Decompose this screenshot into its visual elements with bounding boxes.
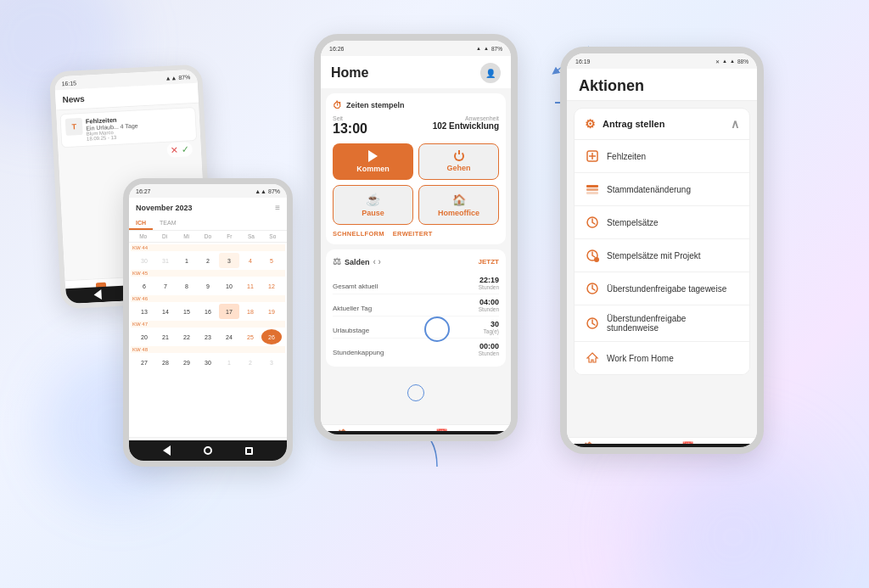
phone-aktionen: 16:19 ✕ ▲ ▲ 88% Aktionen ⚙ Antrag stelle… (560, 47, 764, 454)
antrag-header[interactable]: ⚙ Antrag stellen ∧ (575, 109, 749, 140)
back-btn-p2[interactable] (163, 445, 171, 456)
aktionen-header: Aktionen (567, 69, 757, 101)
user-avatar[interactable]: 👤 (480, 63, 501, 83)
week-label-45: KW 45 (131, 270, 285, 277)
back-btn-p4[interactable] (606, 448, 614, 454)
news-item[interactable]: T Fehlzeiten Ein Urlaub... 4 Tage Blum M… (59, 107, 197, 148)
calendar-days-header: Mo Di Mi Do Fr Sa So (129, 231, 287, 243)
recents-btn-p2[interactable] (245, 447, 253, 455)
menu-work-from-home[interactable]: Work From Home (575, 342, 749, 374)
status-time-phone2: 16:27 (136, 188, 151, 194)
week-label-48: KW 48 (131, 346, 285, 353)
recents-btn-p3[interactable] (464, 437, 472, 442)
antrag-header-left: ⚙ Antrag stellen (585, 117, 664, 131)
action-button-grid: Kommen Gehen ☕ Pause 🏠 Homeoffice (333, 143, 499, 225)
salden-row-kappung: Stundenkappung 00:00 Stunden (333, 339, 499, 360)
stempelsatze-projekt-icon (585, 248, 600, 263)
urlaub-label: Urlaubstage (333, 327, 369, 334)
menu-uberstunden-tage[interactable]: Überstundenfreigabe tageweise (575, 272, 749, 305)
power-icon (454, 151, 464, 161)
gehen-button[interactable]: Gehen (418, 143, 499, 180)
kappung-value: 00:00 (479, 342, 499, 350)
phone3-body: Home 👤 ⏱ Zeiten stempeln Seit 13:00 Anwe… (321, 56, 511, 441)
news-action-buttons: ✕ ✓ (166, 142, 193, 158)
tab-team[interactable]: TEAM (153, 217, 182, 230)
menu-stammdaten[interactable]: Stammdatenänderung (575, 173, 749, 206)
back-btn-p1[interactable] (94, 289, 103, 300)
antrag-icon: ⚙ (585, 117, 596, 131)
android-nav-bar-p4 (567, 444, 757, 454)
home-header: Home 👤 (321, 56, 511, 88)
menu-fehlzeiten[interactable]: Fehlzeiten (575, 140, 749, 173)
homeoffice-button[interactable]: 🏠 Homeoffice (418, 185, 499, 225)
salden-header: ⚖ Salden ‹ › JETZT (333, 256, 499, 267)
schnellform-link[interactable]: SCHNELLFORM (333, 230, 384, 238)
news-item-content: Fehlzeiten Ein Urlaub... 4 Tage Blum Mar… (86, 115, 139, 142)
svg-rect-6 (586, 188, 598, 191)
calendar-filter-icon[interactable]: ≡ (275, 203, 280, 212)
svg-rect-5 (586, 185, 598, 188)
reject-icon[interactable]: ✕ (170, 144, 178, 155)
recents-btn-p4[interactable] (710, 450, 718, 455)
status-icons-phone4: ✕ ▲ ▲ 88% (715, 59, 748, 64)
phone1-title: News (62, 94, 85, 104)
antrag-title: Antrag stellen (603, 119, 664, 129)
collapse-icon[interactable]: ∧ (731, 117, 739, 131)
urlaub-unit: Tag(e) (484, 328, 499, 334)
home-btn-p2[interactable] (204, 446, 212, 455)
fehlzeiten-icon (585, 148, 600, 164)
week-row-46: 13 14 15 16 17 18 19 (131, 302, 285, 321)
anwesenheit-info: Anwesenheit 102 Entwicklung (433, 115, 499, 131)
kommen-button[interactable]: Kommen (333, 143, 413, 180)
gesamt-unit: Stunden (479, 284, 499, 290)
week-row-48: 27 28 29 30 1 2 3 (131, 353, 285, 372)
home-btn-p4[interactable] (658, 449, 666, 454)
stempelsatze-icon (585, 215, 600, 230)
stempelsatze-projekt-label: Stempelsätze mit Projekt (607, 251, 701, 260)
erweitert-link[interactable]: ERWEITERT (393, 230, 433, 238)
tab-ich[interactable]: ICH (129, 217, 153, 230)
kappung-label: Stundenkappung (333, 349, 384, 356)
uberstunden-tage-icon (585, 281, 600, 296)
stammdaten-icon (585, 182, 600, 197)
gesamt-label: Gesamt aktuell (333, 283, 378, 290)
menu-uberstunden-stunden[interactable]: Überstundenfreigabe stundenweise (575, 305, 749, 342)
calendar-month-title: November 2023 (136, 204, 193, 212)
status-bar-phone2: 16:27 ▲▲ 87% (129, 184, 287, 198)
seit-value: 13:00 (333, 121, 367, 137)
status-bar-phone3: 16:26 ▲ ▲ 87% (321, 41, 511, 56)
uberstunden-tage-label: Überstundenfreigabe tageweise (607, 284, 726, 294)
aktionen-title: Aktionen (579, 77, 745, 95)
stempelsatze-label: Stempelsätze (607, 218, 659, 227)
calendar-header: November 2023 ≡ (129, 198, 287, 217)
salden-row-urlaub: Urlaubstage 30 Tag(e) (333, 316, 499, 339)
fehlzeiten-label: Fehlzeiten (607, 152, 646, 161)
salden-section: ⚖ Salden ‹ › JETZT Gesamt aktuell 22:19 … (326, 249, 506, 367)
salden-row-aktuell: Aktueller Tag 04:00 Stunden (333, 294, 499, 316)
play-icon (368, 150, 378, 162)
accept-icon[interactable]: ✓ (181, 143, 189, 154)
status-bar-phone4: 16:19 ✕ ▲ ▲ 88% (567, 53, 757, 69)
svg-rect-7 (586, 192, 598, 194)
balance-icon: ⚖ (333, 256, 341, 267)
week-row-45: 6 7 8 9 10 11 12 (131, 277, 285, 295)
house-icon: 🏠 (452, 193, 466, 206)
work-from-home-label: Work From Home (607, 354, 674, 363)
menu-stempelsat[interactable]: Stempelsätze (575, 206, 749, 239)
menu-stempelsat-project[interactable]: Stempelsätze mit Projekt (575, 239, 749, 272)
week-row-44: 30 31 1 2 3 4 5 (131, 251, 285, 270)
form-links: SCHNELLFORM ERWEITERT (333, 230, 499, 238)
stempel-seit: Seit 13:00 (333, 115, 367, 137)
home-btn-p3[interactable] (412, 436, 420, 441)
calendar-tabs: ICH TEAM (129, 217, 287, 231)
stempel-info: Seit 13:00 Anwesenheit 102 Entwicklung (333, 115, 499, 137)
anwesenheit-sub: 102 Entwicklung (433, 121, 499, 131)
back-btn-p3[interactable] (360, 435, 367, 441)
jetzt-label[interactable]: JETZT (479, 258, 499, 266)
status-time-phone3: 16:26 (329, 46, 345, 52)
news-item-icon: T (65, 118, 83, 136)
stempel-header: ⏱ Zeiten stempeln (333, 100, 499, 110)
pause-button[interactable]: ☕ Pause (333, 185, 413, 225)
antrag-section: ⚙ Antrag stellen ∧ Fehlzeiten Stammdaten… (574, 108, 750, 375)
work-from-home-icon (585, 350, 600, 366)
